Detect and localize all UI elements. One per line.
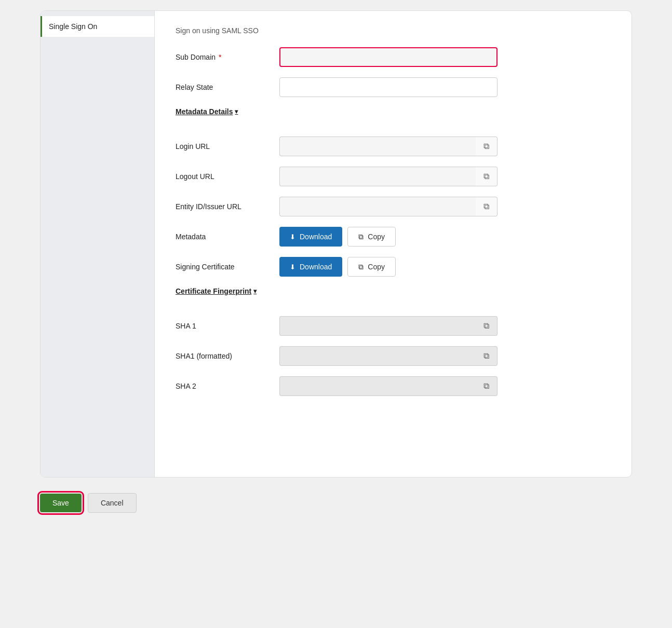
save-label: Save	[52, 499, 69, 507]
sidebar-item-sso[interactable]: Single Sign On	[41, 16, 154, 37]
relaystate-row: Relay State	[176, 77, 611, 97]
metadata-download-label: Download	[300, 233, 332, 241]
sha1-row: SHA 1 ⧉	[176, 316, 611, 336]
logouturl-row: Logout URL https://id360.manageengine.co…	[176, 167, 611, 186]
logouturl-label: Logout URL	[176, 172, 279, 181]
entityid-label: Entity ID/Issuer URL	[176, 202, 279, 211]
metadata-copy-label: Copy	[368, 233, 385, 241]
sha1formatted-field-group: ⧉	[279, 346, 498, 366]
page-subtitle: Sign on using SAML SSO	[176, 26, 611, 35]
metadata-copy-button[interactable]: ⧉ Copy	[347, 227, 396, 247]
sha2-copy-button[interactable]: ⧉	[476, 376, 498, 396]
subdomain-row: Sub Domain *	[176, 47, 611, 67]
sha1formatted-row: SHA1 (formatted) ⧉	[176, 346, 611, 366]
relaystate-label: Relay State	[176, 83, 279, 91]
sha1-field-group: ⧉	[279, 316, 498, 336]
sha2-field-group: ⧉	[279, 376, 498, 396]
entityid-copy-button[interactable]: ⧉	[476, 197, 498, 216]
sha2-row: SHA 2 ⧉	[176, 376, 611, 396]
metadata-label: Metadata	[176, 233, 279, 241]
logouturl-copy-button[interactable]: ⧉	[476, 167, 498, 186]
signing-cert-download-label: Download	[300, 263, 332, 271]
cancel-label: Cancel	[101, 499, 124, 507]
sha1formatted-input[interactable]	[279, 346, 476, 366]
relaystate-input[interactable]	[279, 77, 498, 97]
signing-cert-copy-button[interactable]: ⧉ Copy	[347, 257, 396, 277]
entityid-field-group: https://id360.manageengine.com/iamapps/s…	[279, 197, 498, 216]
sha1-copy-button[interactable]: ⧉	[476, 316, 498, 336]
metadata-details-link[interactable]: Metadata Details ▾	[176, 107, 238, 116]
copy-icon: ⧉	[358, 263, 364, 271]
required-star: *	[217, 53, 221, 61]
copy-icon: ⧉	[483, 172, 489, 181]
sha2-label: SHA 2	[176, 382, 279, 390]
cert-fingerprint-label: Certificate Fingerprint	[176, 287, 251, 295]
copy-icon: ⧉	[483, 202, 489, 211]
sha1-label: SHA 1	[176, 322, 279, 330]
metadata-details-section: Metadata Details ▾	[176, 107, 611, 126]
sha1formatted-copy-button[interactable]: ⧉	[476, 346, 498, 366]
copy-icon: ⧉	[483, 381, 489, 391]
loginurl-input[interactable]: https://id360.manageengine.com/iamapps/s…	[279, 136, 476, 156]
loginurl-field-group: https://id360.manageengine.com/iamapps/s…	[279, 136, 498, 156]
signing-cert-label: Signing Certificate	[176, 263, 279, 271]
metadata-details-arrow: ▾	[235, 108, 238, 115]
metadata-details-label: Metadata Details	[176, 107, 233, 116]
subdomain-input[interactable]	[279, 47, 498, 67]
subdomain-label: Sub Domain *	[176, 53, 279, 61]
metadata-row: Metadata Download ⧉ Copy	[176, 227, 611, 247]
logouturl-input[interactable]: https://id360.manageengine.com/iamapps/s…	[279, 167, 476, 186]
save-button[interactable]: Save	[40, 494, 82, 512]
loginurl-copy-button[interactable]: ⧉	[476, 136, 498, 156]
copy-icon: ⧉	[483, 321, 489, 331]
sidebar-item-label: Single Sign On	[49, 22, 97, 31]
signing-cert-copy-label: Copy	[368, 263, 385, 271]
cert-fingerprint-arrow: ▾	[253, 288, 257, 295]
loginurl-row: Login URL https://id360.manageengine.com…	[176, 136, 611, 156]
copy-icon: ⧉	[483, 351, 489, 361]
sha1-input[interactable]	[279, 316, 476, 336]
main-container: Single Sign On Sign on using SAML SSO Su…	[40, 10, 632, 477]
download-icon	[290, 233, 295, 241]
entityid-row: Entity ID/Issuer URL https://id360.manag…	[176, 197, 611, 216]
bottom-bar: Save Cancel	[40, 488, 632, 518]
signing-cert-row: Signing Certificate Download ⧉ Copy	[176, 257, 611, 277]
signing-cert-button-group: Download ⧉ Copy	[279, 257, 396, 277]
copy-icon: ⧉	[483, 142, 489, 151]
cert-fingerprint-link[interactable]: Certificate Fingerprint ▾	[176, 287, 257, 295]
download-icon	[290, 263, 295, 271]
sha2-input[interactable]	[279, 376, 476, 396]
entityid-input[interactable]: https://id360.manageengine.com/iamapps/s…	[279, 197, 476, 216]
content-area: Sign on using SAML SSO Sub Domain * Rela…	[155, 11, 631, 477]
sidebar: Single Sign On	[41, 11, 155, 477]
signing-cert-download-button[interactable]: Download	[279, 257, 342, 277]
metadata-button-group: Download ⧉ Copy	[279, 227, 396, 247]
sha1formatted-label: SHA1 (formatted)	[176, 352, 279, 360]
logouturl-field-group: https://id360.manageengine.com/iamapps/s…	[279, 167, 498, 186]
copy-icon: ⧉	[358, 233, 364, 241]
loginurl-label: Login URL	[176, 142, 279, 151]
metadata-download-button[interactable]: Download	[279, 227, 342, 247]
cert-fingerprint-section: Certificate Fingerprint ▾	[176, 287, 611, 306]
cancel-button[interactable]: Cancel	[88, 493, 137, 513]
